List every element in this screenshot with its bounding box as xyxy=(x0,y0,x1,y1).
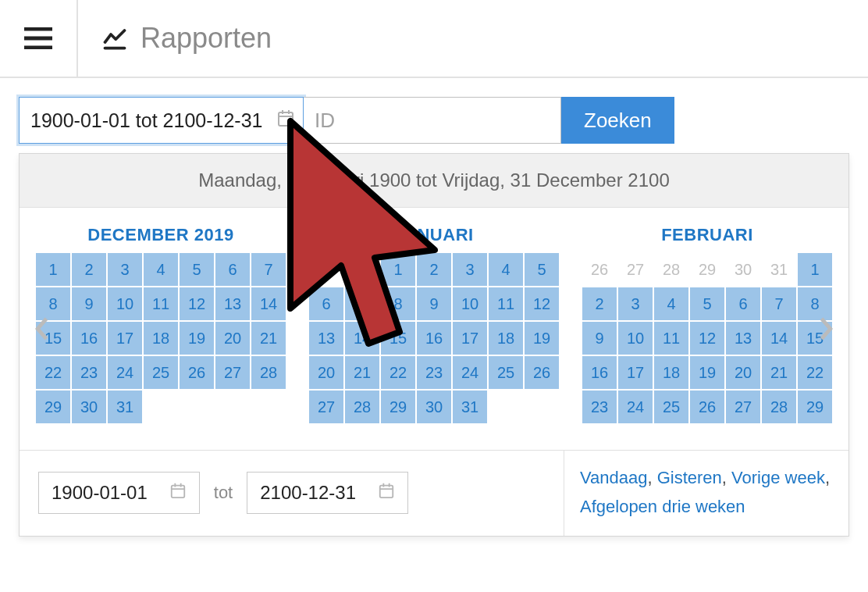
calendar-day[interactable]: 24 xyxy=(453,356,487,389)
calendar-day[interactable]: 1 xyxy=(381,253,415,286)
calendar-day[interactable]: 23 xyxy=(72,356,106,389)
date-preset-link[interactable]: Vorige week xyxy=(731,468,825,487)
calendar-day[interactable]: 12 xyxy=(690,322,724,355)
calendar-day[interactable]: 3 xyxy=(453,253,487,286)
date-to-input[interactable]: 2100-12-31 xyxy=(247,472,408,514)
calendar-day[interactable]: 23 xyxy=(582,391,617,423)
calendar-day-other-month[interactable]: 27 xyxy=(618,253,653,286)
calendar-day[interactable]: 21 xyxy=(345,356,379,389)
calendar-day[interactable]: 20 xyxy=(726,356,760,389)
menu-button[interactable] xyxy=(0,0,78,77)
calendar-day[interactable]: 6 xyxy=(726,287,760,320)
calendar-day-other-month[interactable]: 30 xyxy=(726,253,760,286)
calendar-day[interactable]: 1 xyxy=(798,253,832,286)
calendar-day[interactable]: 12 xyxy=(180,287,214,320)
prev-month-button[interactable] xyxy=(24,312,59,346)
calendar-day[interactable]: 16 xyxy=(417,322,451,355)
calendar-day[interactable]: 7 xyxy=(345,287,379,320)
calendar-day[interactable]: 21 xyxy=(251,322,286,355)
calendar-day[interactable]: 25 xyxy=(489,356,523,389)
calendar-day[interactable]: 17 xyxy=(108,322,142,355)
calendar-day[interactable]: 7 xyxy=(251,253,286,286)
calendar-day[interactable]: 3 xyxy=(618,287,653,320)
calendar-day[interactable]: 11 xyxy=(144,287,178,320)
calendar-day[interactable]: 28 xyxy=(345,391,379,423)
calendar-day-other-month[interactable]: 29 xyxy=(690,253,724,286)
calendar-day[interactable]: 19 xyxy=(690,356,724,389)
date-range-input[interactable]: 1900-01-01 tot 2100-12-31 xyxy=(19,97,304,144)
calendar-day[interactable]: 27 xyxy=(309,391,343,423)
calendar-day[interactable]: 20 xyxy=(215,322,250,355)
calendar-day[interactable]: 30 xyxy=(417,391,451,423)
calendar-day[interactable]: 19 xyxy=(180,322,214,355)
calendar-day[interactable]: 21 xyxy=(762,356,796,389)
calendar-day[interactable]: 8 xyxy=(381,287,415,320)
calendar-day[interactable]: 18 xyxy=(489,322,523,355)
month-title[interactable]: JANUARI xyxy=(309,225,559,245)
calendar-day[interactable]: 12 xyxy=(525,287,559,320)
calendar-day-other-month[interactable]: 31 xyxy=(345,253,379,286)
calendar-day[interactable]: 2 xyxy=(417,253,451,286)
calendar-day[interactable]: 22 xyxy=(36,356,70,389)
calendar-day[interactable]: 9 xyxy=(582,322,617,355)
calendar-day[interactable]: 6 xyxy=(215,253,250,286)
date-from-input[interactable]: 1900-01-01 xyxy=(38,472,200,514)
calendar-day[interactable]: 19 xyxy=(525,322,559,355)
month-title[interactable]: DECEMBER 2019 xyxy=(36,225,286,245)
calendar-day[interactable]: 2 xyxy=(582,287,617,320)
calendar-day[interactable]: 30 xyxy=(72,391,106,423)
calendar-day[interactable]: 17 xyxy=(453,322,487,355)
calendar-day[interactable]: 27 xyxy=(726,391,760,423)
calendar-day[interactable]: 1 xyxy=(36,253,70,286)
calendar-day[interactable]: 29 xyxy=(381,391,415,423)
calendar-day[interactable]: 26 xyxy=(690,391,724,423)
calendar-day[interactable]: 9 xyxy=(417,287,451,320)
calendar-day[interactable]: 16 xyxy=(72,322,106,355)
calendar-day[interactable]: 24 xyxy=(618,391,653,423)
calendar-day[interactable]: 26 xyxy=(525,356,559,389)
calendar-day[interactable]: 27 xyxy=(215,356,250,389)
calendar-day[interactable]: 29 xyxy=(798,391,832,423)
calendar-day[interactable]: 7 xyxy=(762,287,796,320)
calendar-day-other-month[interactable]: 26 xyxy=(582,253,617,286)
calendar-day[interactable]: 14 xyxy=(345,322,379,355)
calendar-day[interactable]: 11 xyxy=(654,322,688,355)
calendar-day[interactable]: 14 xyxy=(251,287,286,320)
calendar-day[interactable]: 13 xyxy=(309,322,343,355)
calendar-day[interactable]: 31 xyxy=(108,391,142,423)
calendar-day[interactable]: 28 xyxy=(251,356,286,389)
month-title[interactable]: FEBRUARI xyxy=(582,225,832,245)
calendar-day[interactable]: 26 xyxy=(180,356,214,389)
calendar-day[interactable]: 5 xyxy=(690,287,724,320)
calendar-day[interactable]: 16 xyxy=(582,356,617,389)
calendar-day[interactable]: 5 xyxy=(180,253,214,286)
calendar-day[interactable]: 2 xyxy=(72,253,106,286)
calendar-day[interactable]: 10 xyxy=(108,287,142,320)
calendar-day[interactable]: 14 xyxy=(762,322,796,355)
calendar-day[interactable]: 28 xyxy=(762,391,796,423)
calendar-day-other-month[interactable]: 30 xyxy=(309,253,343,286)
calendar-day[interactable]: 18 xyxy=(654,356,688,389)
id-search-input[interactable] xyxy=(304,97,561,144)
calendar-day[interactable]: 5 xyxy=(525,253,559,286)
calendar-day[interactable]: 25 xyxy=(144,356,178,389)
date-preset-link[interactable]: Vandaag xyxy=(580,468,647,487)
calendar-day-other-month[interactable]: 28 xyxy=(654,253,688,286)
date-preset-link[interactable]: Gisteren xyxy=(657,468,722,487)
calendar-day[interactable]: 18 xyxy=(144,322,178,355)
calendar-day[interactable]: 4 xyxy=(144,253,178,286)
calendar-day[interactable]: 29 xyxy=(36,391,70,423)
calendar-day[interactable]: 15 xyxy=(381,322,415,355)
calendar-day[interactable]: 10 xyxy=(618,322,653,355)
calendar-day[interactable]: 10 xyxy=(453,287,487,320)
calendar-day[interactable]: 6 xyxy=(309,287,343,320)
calendar-day[interactable]: 3 xyxy=(108,253,142,286)
calendar-day-other-month[interactable]: 31 xyxy=(762,253,796,286)
calendar-day[interactable]: 31 xyxy=(453,391,487,423)
calendar-day[interactable]: 9 xyxy=(72,287,106,320)
calendar-day[interactable]: 22 xyxy=(798,356,832,389)
calendar-day[interactable]: 17 xyxy=(618,356,653,389)
calendar-day[interactable]: 23 xyxy=(417,356,451,389)
calendar-day[interactable]: 22 xyxy=(381,356,415,389)
date-preset-link[interactable]: Afgelopen drie weken xyxy=(580,497,745,516)
